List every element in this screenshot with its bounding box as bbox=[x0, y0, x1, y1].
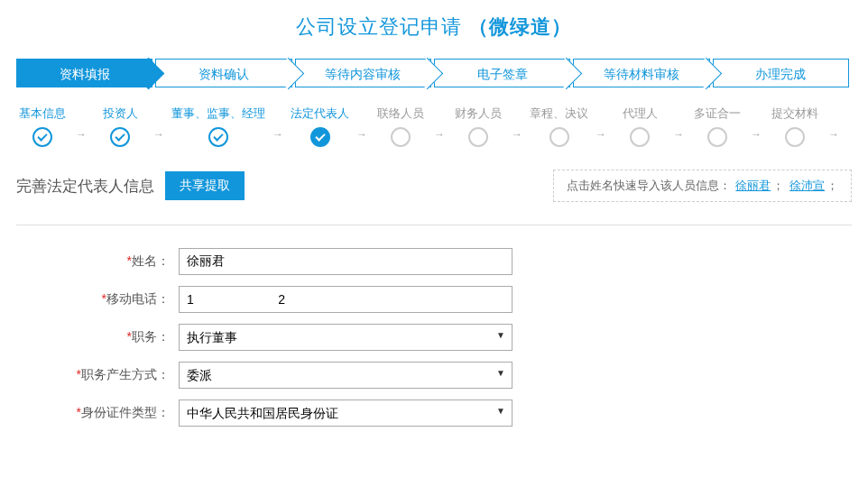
page-title-main: 公司设立登记申请 bbox=[296, 15, 462, 38]
main-step-sign[interactable]: 电子签章 bbox=[434, 59, 570, 87]
id-type-select[interactable]: 中华人民共和国居民身份证 bbox=[179, 400, 512, 427]
circle-icon bbox=[630, 127, 650, 147]
arrow-icon: → bbox=[512, 112, 522, 141]
arrow-icon: → bbox=[356, 112, 367, 141]
name-input[interactable] bbox=[179, 248, 512, 275]
arrow-icon: → bbox=[751, 112, 762, 141]
sub-step-legal-rep[interactable]: 法定代表人 bbox=[291, 106, 349, 147]
quick-import-link[interactable]: 徐丽君 bbox=[735, 179, 771, 192]
sub-step-contact[interactable]: 联络人员 bbox=[374, 106, 427, 147]
circle-icon bbox=[391, 127, 411, 147]
form-row-name: *姓名： bbox=[16, 248, 852, 275]
sub-step-board[interactable]: 董事、监事、经理 bbox=[171, 106, 265, 147]
sub-step-investor[interactable]: 投资人 bbox=[94, 106, 146, 147]
form-row-mobile: *移动电话： bbox=[16, 286, 852, 313]
circle-icon bbox=[785, 127, 805, 147]
section-title: 完善法定代表人信息 bbox=[16, 176, 154, 197]
main-step-confirm[interactable]: 资料确认 bbox=[155, 59, 291, 87]
check-icon bbox=[208, 127, 228, 147]
name-label: *姓名： bbox=[16, 253, 179, 270]
form-row-idtype: *身份证件类型： 中华人民共和国居民身份证 bbox=[16, 400, 852, 427]
sub-step-charter[interactable]: 章程、决议 bbox=[530, 106, 588, 147]
appoint-label: *职务产生方式： bbox=[16, 367, 179, 383]
legal-rep-form: *姓名： *移动电话： *职务： 执行董事 *职务产生方式： 委派 *身份证件类… bbox=[16, 248, 852, 427]
check-icon bbox=[310, 127, 330, 147]
arrow-icon: → bbox=[76, 112, 87, 141]
mobile-label: *移动电话： bbox=[16, 291, 179, 308]
circle-icon bbox=[468, 127, 488, 147]
arrow-icon: → bbox=[434, 112, 445, 141]
section-header: 完善法定代表人信息 共享提取 点击姓名快速导入该人员信息： 徐丽君； 徐沛宣； bbox=[16, 170, 852, 202]
sub-step-multicert[interactable]: 多证合一 bbox=[691, 106, 743, 147]
page-title-suffix: （微绿道） bbox=[468, 15, 572, 38]
circle-icon bbox=[549, 127, 569, 147]
quick-import-link[interactable]: 徐沛宣 bbox=[790, 179, 825, 192]
quick-import-label: 点击姓名快速导入该人员信息： bbox=[567, 179, 731, 192]
main-steps: 资料填报 资料确认 等待内容审核 电子签章 等待材料审核 办理完成 bbox=[16, 59, 852, 87]
form-row-position: *职务： 执行董事 bbox=[16, 324, 852, 351]
form-row-appoint: *职务产生方式： 委派 bbox=[16, 362, 852, 389]
arrow-icon: → bbox=[153, 112, 164, 141]
quick-import-panel: 点击姓名快速导入该人员信息： 徐丽君； 徐沛宣； bbox=[553, 170, 852, 202]
appoint-method-select[interactable]: 委派 bbox=[179, 362, 512, 389]
sub-steps: 基本信息 → 投资人 → 董事、监事、经理 → 法定代表人 → 联络人员 → 财… bbox=[16, 106, 852, 147]
mobile-input[interactable] bbox=[179, 286, 512, 313]
check-icon bbox=[110, 127, 130, 147]
main-step-fill[interactable]: 资料填报 bbox=[16, 59, 152, 87]
main-step-done[interactable]: 办理完成 bbox=[713, 59, 849, 87]
sub-step-submit[interactable]: 提交材料 bbox=[769, 106, 821, 147]
sub-step-agent[interactable]: 代理人 bbox=[614, 106, 666, 147]
arrow-icon: → bbox=[596, 112, 606, 141]
circle-icon bbox=[707, 127, 727, 147]
arrow-icon: → bbox=[673, 112, 684, 141]
idtype-label: *身份证件类型： bbox=[16, 405, 179, 421]
divider bbox=[16, 225, 852, 225]
check-icon bbox=[32, 127, 52, 147]
page-title: 公司设立登记申请 （微绿道） bbox=[0, 0, 868, 59]
arrow-icon: → bbox=[272, 112, 283, 141]
position-label: *职务： bbox=[16, 329, 179, 345]
position-select[interactable]: 执行董事 bbox=[179, 324, 512, 351]
sub-step-basic[interactable]: 基本信息 bbox=[16, 106, 69, 147]
arrow-icon: → bbox=[828, 112, 839, 141]
main-step-review[interactable]: 等待内容审核 bbox=[295, 59, 431, 87]
sub-step-finance[interactable]: 财务人员 bbox=[452, 106, 504, 147]
extract-button[interactable]: 共享提取 bbox=[165, 171, 245, 200]
main-step-material[interactable]: 等待材料审核 bbox=[573, 59, 709, 87]
